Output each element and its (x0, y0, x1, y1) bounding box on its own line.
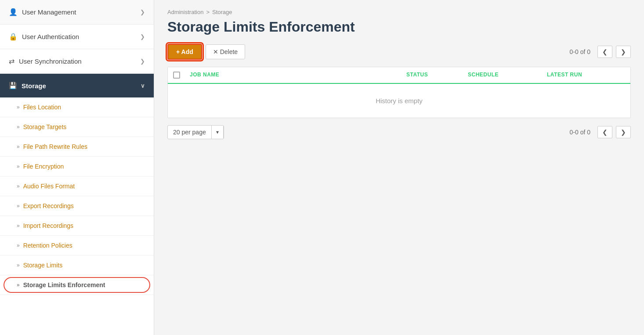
pagination-top: 0-0 of 0 ❮ ❯ (570, 46, 631, 58)
bullet-icon: » (17, 203, 20, 209)
per-page-label: 20 per page (168, 126, 212, 139)
sidebar-section-label: Storage (22, 82, 46, 90)
sidebar-item-label: User Synchronization (19, 58, 82, 65)
checkbox-header[interactable] (168, 72, 185, 79)
breadcrumb: Administration > Storage (167, 9, 631, 15)
sidebar-subitem-storage-targets[interactable]: » Storage Targets (0, 117, 154, 137)
sidebar-subitem-storage-limits-enforcement[interactable]: » Storage Limits Enforcement (0, 275, 154, 295)
sidebar-subitem-files-location[interactable]: » Files Location (0, 97, 154, 117)
latest-run-header: LATEST RUN (543, 72, 630, 79)
sidebar-subitem-retention-policies[interactable]: » Retention Policies (0, 236, 154, 256)
chevron-icon: ❯ (140, 9, 145, 15)
bottom-toolbar: 20 per page ▾ 0-0 of 0 ❮ ❯ (167, 125, 631, 139)
sidebar-subitem-audio-files-format[interactable]: » Audio Files Format (0, 177, 154, 196)
bullet-icon: » (17, 124, 20, 130)
empty-message: History is empty (168, 84, 630, 118)
sidebar-item-label: User Management (22, 8, 76, 16)
storage-icon: 💾 (9, 82, 17, 90)
breadcrumb-current: Storage (212, 9, 232, 15)
sidebar-subitem-file-encryption[interactable]: » File Encryption (0, 157, 154, 177)
table: JOB NAME STATUS SCHEDULE LATEST RUN Hist… (167, 67, 631, 118)
sidebar-subitem-file-path-rewrite-rules[interactable]: » File Path Rewrite Rules (0, 137, 154, 157)
main-content: Administration > Storage Storage Limits … (154, 0, 644, 335)
bullet-icon: » (17, 183, 20, 189)
bullet-icon: » (17, 242, 20, 249)
chevron-icon: ❯ (140, 33, 145, 40)
breadcrumb-parent[interactable]: Administration (167, 9, 203, 15)
sidebar-item-user-synchronization[interactable]: ⇄ User Synchronization ❯ (0, 49, 154, 74)
toolbar: + Add ✕ Delete 0-0 of 0 ❮ ❯ (167, 44, 631, 60)
status-header: STATUS (402, 72, 463, 79)
bullet-icon: » (17, 262, 20, 268)
pagination-count-bottom: 0-0 of 0 (570, 129, 590, 136)
chevron-icon: ❯ (140, 58, 145, 65)
breadcrumb-separator: > (206, 9, 210, 15)
next-page-button-top[interactable]: ❯ (616, 46, 631, 58)
bullet-icon: » (17, 104, 20, 110)
pagination-bottom: 0-0 of 0 ❮ ❯ (570, 126, 631, 138)
sidebar-subitem-import-recordings[interactable]: » Import Recordings (0, 216, 154, 236)
job-name-header: JOB NAME (185, 72, 402, 79)
pagination-count-top: 0-0 of 0 (570, 48, 590, 55)
table-header: JOB NAME STATUS SCHEDULE LATEST RUN (168, 67, 630, 84)
bullet-icon: » (17, 282, 20, 288)
chevron-down-icon: ∨ (141, 83, 145, 89)
sync-icon: ⇄ (9, 57, 14, 65)
sidebar-item-user-authentication[interactable]: 🔒 User Authentication ❯ (0, 25, 154, 49)
storage-subitems: » Files Location » Storage Targets » Fil… (0, 97, 154, 295)
per-page-selector[interactable]: 20 per page ▾ (167, 125, 224, 139)
sidebar: 👤 User Management ❯ 🔒 User Authenticatio… (0, 0, 154, 335)
user-icon: 👤 (9, 8, 18, 16)
bullet-icon: » (17, 163, 20, 169)
toolbar-left: + Add ✕ Delete (167, 44, 245, 60)
dropdown-arrow-icon[interactable]: ▾ (212, 126, 224, 138)
sidebar-item-storage[interactable]: 💾 Storage ∨ (0, 74, 154, 97)
select-all-checkbox[interactable] (173, 72, 180, 79)
prev-page-button-top[interactable]: ❮ (597, 46, 612, 58)
add-button[interactable]: + Add (167, 44, 202, 60)
bullet-icon: » (17, 223, 20, 229)
auth-icon: 🔒 (9, 32, 18, 41)
bullet-icon: » (17, 144, 20, 150)
next-page-button-bottom[interactable]: ❯ (616, 126, 631, 138)
page-title: Storage Limits Enforcement (167, 19, 631, 35)
sidebar-item-user-management[interactable]: 👤 User Management ❯ (0, 0, 154, 25)
schedule-header: SCHEDULE (463, 72, 543, 79)
sidebar-item-label: User Authentication (22, 33, 79, 40)
delete-button[interactable]: ✕ Delete (206, 44, 245, 59)
sidebar-subitem-storage-limits[interactable]: » Storage Limits (0, 256, 154, 275)
sidebar-subitem-export-recordings[interactable]: » Export Recordings (0, 196, 154, 216)
prev-page-button-bottom[interactable]: ❮ (597, 126, 612, 138)
